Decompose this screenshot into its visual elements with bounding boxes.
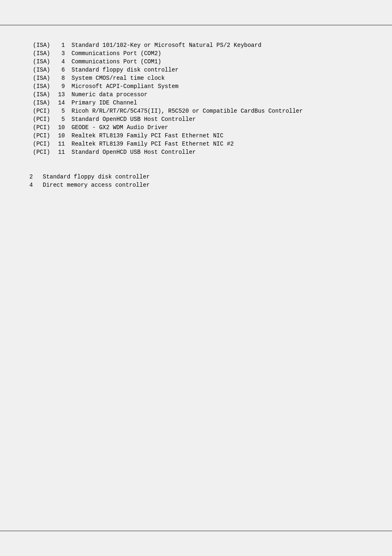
irq-number: 14: [53, 99, 70, 107]
irq-type: (ISA): [25, 74, 53, 82]
dma-table: 2Standard floppy disk controller4Direct …: [25, 173, 150, 189]
irq-row: (ISA)9Microsoft ACPI-Compliant System: [25, 82, 303, 90]
bottom-border: [0, 531, 392, 531]
dma-description: Direct memory access controller: [41, 181, 150, 189]
irq-type: (ISA): [25, 58, 53, 66]
irq-row: (PCI)11Standard OpenHCD USB Host Control…: [25, 148, 303, 156]
irq-description: Standard 101/102-Key or Microsoft Natura…: [70, 41, 303, 49]
dma-number: 4: [25, 181, 41, 189]
irq-row: (PCI)5Ricoh R/RL/RT/RC/5C475(II), R5C520…: [25, 107, 303, 115]
irq-type: (ISA): [25, 82, 53, 90]
irq-row: (PCI)5Standard OpenHCD USB Host Controll…: [25, 115, 303, 123]
irq-number: 4: [53, 58, 70, 66]
irq-number: 13: [53, 90, 70, 99]
irq-description: Primary IDE Channel: [70, 99, 303, 107]
irq-type: (ISA): [25, 90, 53, 99]
irq-description: Standard floppy disk controller: [70, 66, 303, 74]
page-container: (ISA)1Standard 101/102-Key or Microsoft …: [0, 0, 392, 556]
irq-description: Ricoh R/RL/RT/RC/5C475(II), R5C520 or Co…: [70, 107, 303, 115]
irq-description: Standard OpenHCD USB Host Controller: [70, 115, 303, 123]
irq-number: 10: [53, 132, 70, 140]
irq-type: (PCI): [25, 107, 53, 115]
irq-table: (ISA)1Standard 101/102-Key or Microsoft …: [25, 41, 303, 156]
irq-number: 11: [53, 148, 70, 156]
irq-type: (PCI): [25, 115, 53, 123]
dma-section: 2Standard floppy disk controller4Direct …: [25, 173, 367, 189]
irq-type: (ISA): [25, 99, 53, 107]
irq-row: (ISA)4Communications Port (COM1): [25, 58, 303, 66]
irq-type: (ISA): [25, 49, 53, 58]
irq-row: (PCI)10GEODE - GX2 WDM Audio Driver: [25, 123, 303, 132]
irq-row: (ISA)13Numeric data processor: [25, 90, 303, 99]
irq-description: Realtek RTL8139 Family PCI Fast Ethernet…: [70, 140, 303, 148]
irq-number: 1: [53, 41, 70, 49]
irq-type: (PCI): [25, 140, 53, 148]
irq-type: (ISA): [25, 66, 53, 74]
irq-row: (PCI)11Realtek RTL8139 Family PCI Fast E…: [25, 140, 303, 148]
irq-description: Communications Port (COM1): [70, 58, 303, 66]
irq-type: (ISA): [25, 41, 53, 49]
irq-row: (ISA)8System CMOS/real time clock: [25, 74, 303, 82]
irq-number: 5: [53, 115, 70, 123]
irq-type: (PCI): [25, 123, 53, 132]
irq-type: (PCI): [25, 132, 53, 140]
irq-number: 10: [53, 123, 70, 132]
irq-number: 3: [53, 49, 70, 58]
irq-description: GEODE - GX2 WDM Audio Driver: [70, 123, 303, 132]
irq-type: (PCI): [25, 148, 53, 156]
content-area: (ISA)1Standard 101/102-Key or Microsoft …: [0, 0, 392, 230]
irq-description: Microsoft ACPI-Compliant System: [70, 82, 303, 90]
irq-number: 6: [53, 66, 70, 74]
irq-description: System CMOS/real time clock: [70, 74, 303, 82]
irq-row: (ISA)6Standard floppy disk controller: [25, 66, 303, 74]
dma-row: 4Direct memory access controller: [25, 181, 150, 189]
irq-row: (ISA)1Standard 101/102-Key or Microsoft …: [25, 41, 303, 49]
irq-description: Communications Port (COM2): [70, 49, 303, 58]
irq-number: 9: [53, 82, 70, 90]
irq-row: (ISA)14Primary IDE Channel: [25, 99, 303, 107]
top-border: [0, 25, 392, 25]
irq-description: Numeric data processor: [70, 90, 303, 99]
irq-description: Standard OpenHCD USB Host Controller: [70, 148, 303, 156]
dma-number: 2: [25, 173, 41, 181]
dma-row: 2Standard floppy disk controller: [25, 173, 150, 181]
irq-row: (PCI)10Realtek RTL8139 Family PCI Fast E…: [25, 132, 303, 140]
irq-number: 5: [53, 107, 70, 115]
irq-row: (ISA)3Communications Port (COM2): [25, 49, 303, 58]
irq-section: (ISA)1Standard 101/102-Key or Microsoft …: [25, 41, 367, 156]
irq-number: 11: [53, 140, 70, 148]
irq-description: Realtek RTL8139 Family PCI Fast Ethernet…: [70, 132, 303, 140]
irq-number: 8: [53, 74, 70, 82]
dma-description: Standard floppy disk controller: [41, 173, 150, 181]
